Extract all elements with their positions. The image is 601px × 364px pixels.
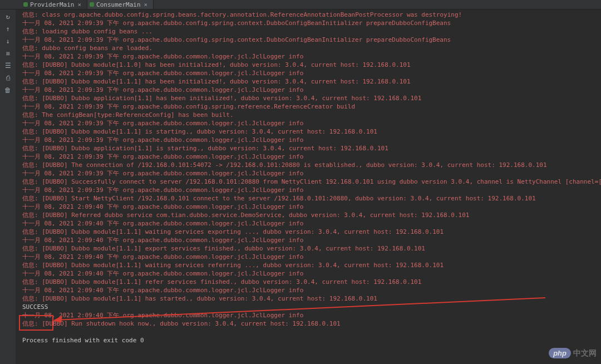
svg-marker-1 xyxy=(53,316,62,323)
watermark-php: php xyxy=(549,348,571,358)
svg-line-0 xyxy=(56,298,545,320)
watermark-badge: php 中文网 xyxy=(549,348,597,358)
ide-root: ProviderMain × ConsumerMain × ↻ ↑ ↓ ≡ ☰ … xyxy=(0,0,601,364)
annotation-arrow xyxy=(0,0,601,364)
watermark-cn: 中文网 xyxy=(573,348,597,358)
